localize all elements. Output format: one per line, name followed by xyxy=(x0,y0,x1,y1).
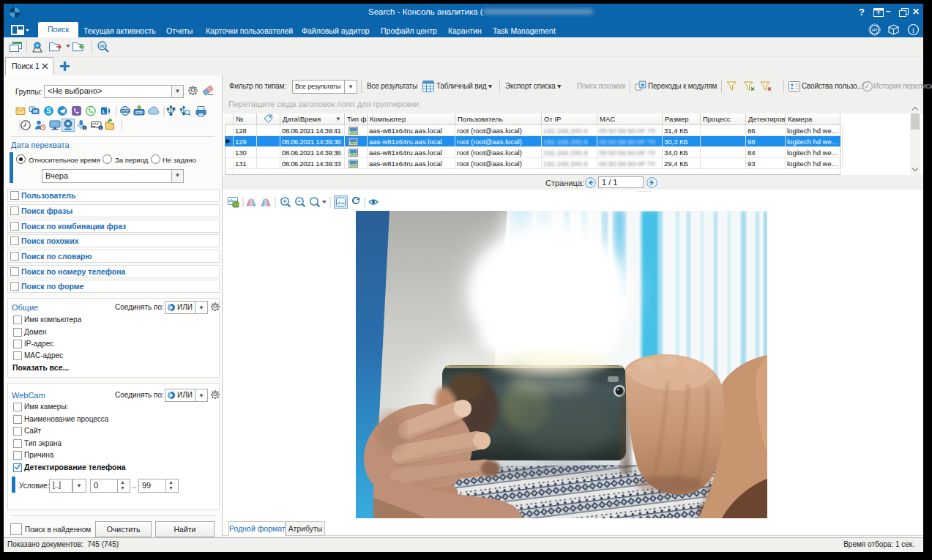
svg-text:ID: ID xyxy=(100,44,105,48)
svg-text:L: L xyxy=(102,108,106,115)
svg-text:FTP: FTP xyxy=(135,111,143,115)
svg-text:API: API xyxy=(872,29,877,32)
svg-text:IM: IM xyxy=(33,109,38,113)
svg-text:HTTP: HTTP xyxy=(122,109,130,113)
svg-text:i: i xyxy=(912,26,914,34)
svg-text:S: S xyxy=(46,107,51,115)
